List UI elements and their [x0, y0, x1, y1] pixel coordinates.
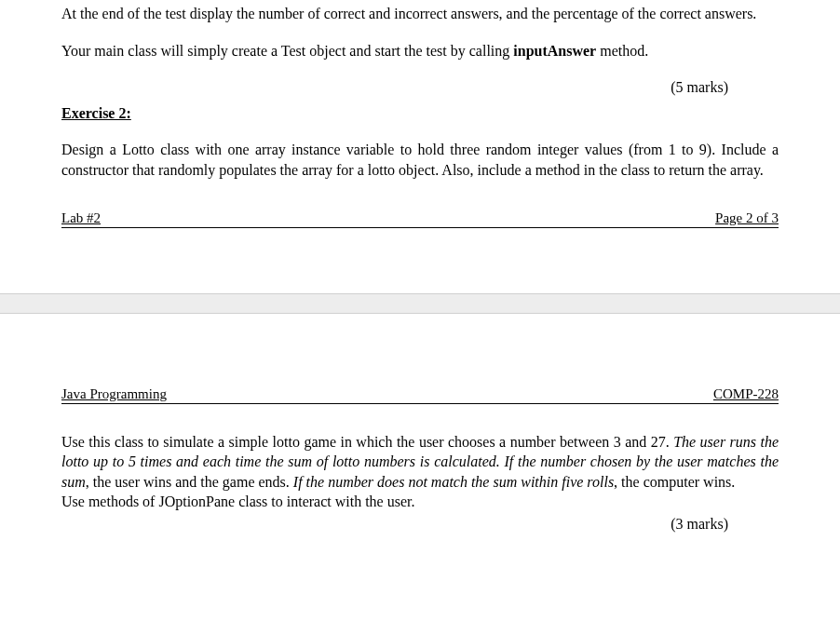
joptionpane-line: Use methods of JOptionPane class to inte…: [61, 492, 779, 512]
page-bottom-margin: [0, 228, 840, 293]
text-main-b: method.: [596, 43, 648, 59]
paragraph-main-class: Your main class will simply create a Tes…: [61, 41, 779, 61]
paragraph-end-of-test: At the end of the test display the numbe…: [61, 4, 779, 24]
footer-page-number: Page 2 of 3: [715, 210, 779, 226]
page-3-content: Java Programming COMP-228 Use this class…: [0, 386, 840, 534]
page-header: Java Programming COMP-228: [61, 386, 779, 404]
header-course-code: COMP-228: [713, 386, 779, 402]
text-main-a: Your main class will simply create a Tes…: [61, 43, 513, 59]
page-separator: [0, 293, 840, 314]
marks-3: (3 marks): [61, 514, 779, 534]
marks-5: (5 marks): [61, 77, 779, 98]
exercise-2-description: Design a Lotto class with one array inst…: [61, 140, 779, 180]
lotto-game-paragraph: Use this class to simulate a simple lott…: [61, 432, 779, 493]
text-lotto-c: , the computer wins.: [614, 474, 735, 490]
footer-lab-number: Lab #2: [61, 210, 101, 226]
text-inputanswer: inputAnswer: [513, 43, 596, 59]
exercise-2-heading: Exercise 2:: [61, 103, 779, 124]
text-lotto-a: Use this class to simulate a simple lott…: [61, 434, 673, 450]
header-course-name: Java Programming: [61, 386, 167, 402]
text-lotto-italic2: If the number does not match the sum wit…: [293, 474, 614, 490]
page-top-margin: [0, 314, 840, 386]
page-footer: Lab #2 Page 2 of 3: [61, 210, 779, 228]
text-lotto-b: , the user wins and the game ends.: [86, 474, 293, 490]
page-2-content: At the end of the test display the numbe…: [0, 0, 840, 228]
